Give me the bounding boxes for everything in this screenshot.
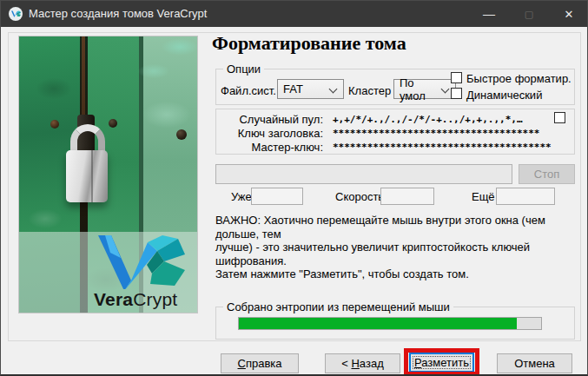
veracrypt-icon [9, 7, 23, 21]
cluster-select[interactable]: По умол [393, 79, 456, 99]
stop-button-label: Стоп [534, 168, 559, 181]
bolt-icon [50, 120, 59, 129]
back-pre: < [341, 357, 351, 370]
cancel-label: Отмена [514, 357, 555, 370]
important-notice: ВАЖНО: Хаотично перемещайте мышь внутри … [215, 214, 577, 281]
padlock-seam [91, 150, 93, 202]
close-button[interactable]: ✕ [549, 1, 588, 27]
maximize-button[interactable]: ▢ [509, 1, 549, 27]
dynamic-label: Динамический [466, 89, 542, 102]
help-accel: С [238, 357, 246, 370]
entropy-progress-fill [239, 318, 517, 329]
cluster-label: Кластер [348, 84, 391, 97]
veracrypt-logo [97, 235, 186, 289]
page-title: Форматирование тома [212, 32, 406, 55]
minimize-button[interactable]: — [469, 1, 509, 27]
logo-overlay: VeraCrypt [19, 232, 198, 313]
filesystem-label: Файл.сист. [221, 84, 276, 97]
back-label: азад [360, 357, 384, 370]
wordmark-vera: Vera [94, 289, 133, 309]
speed-label: Скорость [335, 190, 384, 203]
notice-line: ВАЖНО: Хаотично перемещайте мышь внутри … [215, 214, 577, 241]
door-photo: VeraCrypt [18, 36, 198, 313]
title-bar: Мастер создания томов VeraCrypt — ▢ ✕ [1, 1, 587, 27]
header-key-value: ************************************ [333, 128, 539, 139]
remaining-field [496, 188, 555, 205]
window-title: Мастер создания томов VeraCrypt [29, 7, 207, 20]
speed-field [380, 188, 434, 205]
filesystem-select[interactable]: FAT [277, 79, 344, 99]
format-progressbar [215, 164, 512, 184]
master-key-value: ************************************** [333, 142, 552, 153]
chevron-down-icon [441, 85, 450, 94]
stop-button[interactable]: Стоп [519, 164, 575, 184]
back-accel: Н [351, 357, 359, 370]
done-field [251, 188, 303, 205]
random-pool-label: Случайный пул: [221, 113, 323, 126]
bolt-icon [109, 119, 117, 128]
entropy-progressbar [238, 317, 542, 330]
back-button[interactable]: < Назад [325, 353, 400, 373]
done-label: Уже [231, 190, 252, 203]
help-button[interactable]: Справка [221, 353, 299, 373]
remaining-label: Ещё [472, 190, 495, 203]
padlock-icon [66, 150, 108, 202]
options-group-label: Опции [223, 63, 264, 76]
chevron-down-icon [329, 85, 338, 94]
entropy-group-label: Собрано энтропии из перемещений мыши [223, 300, 453, 313]
show-pool-checkbox[interactable] [554, 112, 565, 123]
veracrypt-wizard-window: Мастер создания томов VeraCrypt — ▢ ✕ [0, 0, 588, 376]
bolt-icon [176, 129, 187, 140]
random-pool-value: +,+/*/+.,/.,/-/*/-+..,/+,+,.,,*,… [333, 114, 523, 125]
wordmark-crypt: Crypt [133, 289, 177, 309]
header-key-label: Ключ заголовка: [221, 127, 323, 140]
veracrypt-wordmark: VeraCrypt [94, 289, 177, 310]
help-label: правка [246, 357, 282, 370]
cancel-button[interactable]: Отмена [497, 353, 572, 373]
quick-format-label: Быстрое форматир. [466, 72, 571, 85]
red-highlight-annotation [404, 348, 479, 376]
veracrypt-icon-glyph [11, 10, 21, 17]
cluster-value: По умол [400, 76, 436, 102]
filesystem-value: FAT [283, 82, 303, 96]
master-key-label: Мастер-ключ: [221, 141, 323, 154]
notice-line: Затем нажмите "Разметить", чтобы создать… [215, 267, 577, 281]
quick-format-checkbox[interactable] [451, 72, 462, 83]
notice-line: лучше) - это значительно увеличит крипто… [215, 241, 577, 267]
dynamic-checkbox[interactable] [451, 88, 462, 99]
